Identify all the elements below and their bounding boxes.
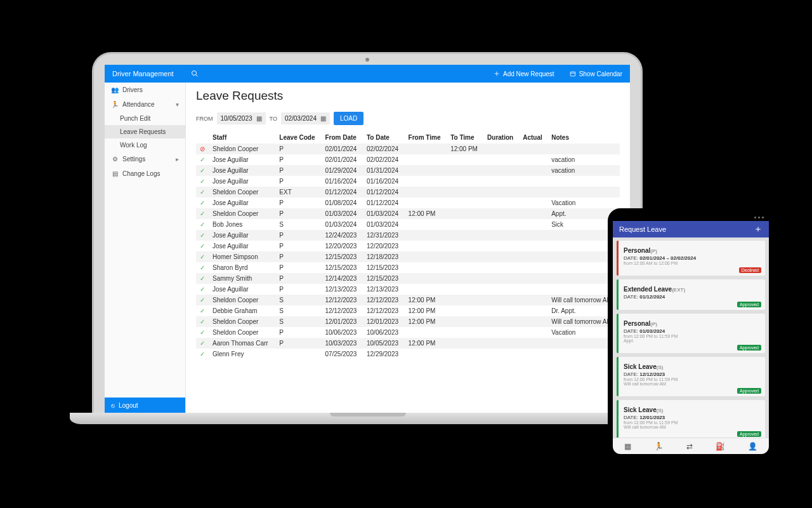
nav-adjust-icon[interactable]: ⇄	[686, 442, 693, 451]
logout-label: Logout	[119, 402, 138, 409]
leave-card[interactable]: Personal(P)DATE: 01/03/2024from 12:00 PM…	[617, 314, 765, 353]
cell-to-date: 02/02/2024	[363, 154, 405, 165]
table-row[interactable]: ✓Jose AguillarP01/29/202401/31/2024vacat…	[196, 165, 620, 176]
col-leave-code[interactable]: Leave Code	[275, 131, 321, 144]
cell-code: P	[275, 165, 321, 176]
sidebar-sub-work-log[interactable]: Work Log	[105, 138, 185, 152]
cell-from-time: 12:00 PM	[405, 316, 447, 327]
leave-card[interactable]: Sick Leave(S)DATE: 12/12/2023from 12:00 …	[617, 357, 765, 396]
logout-button[interactable]: ⎋ Logout	[105, 398, 185, 413]
laptop-base	[70, 413, 666, 424]
show-calendar-button[interactable]: Show Calendar	[562, 70, 630, 77]
cell-to-date: 12/29/2023	[363, 349, 405, 359]
page-title: Leave Requests	[196, 89, 620, 103]
table-row[interactable]: ✓Debbie GrahamS12/12/202312/12/202312:00…	[196, 305, 620, 316]
mobile-bottom-nav: ▦ 🏃 ⇄ ⛽ 👤	[613, 438, 769, 454]
mobile-title: Request Leave	[619, 225, 666, 233]
sidebar-item-attendance[interactable]: 🏃 Attendance ▾	[105, 97, 185, 112]
table-row[interactable]: ✓Sammy SmithP12/14/202312/15/2023	[196, 273, 620, 284]
leave-card[interactable]: Sick Leave(S)DATE: 12/01/2023from 12:00 …	[617, 400, 765, 438]
cell-to-date: 12/15/2023	[363, 262, 405, 273]
cell-duration	[483, 284, 519, 295]
cell-notes: vacation	[547, 165, 620, 176]
to-date-input[interactable]: 02/03/2024 ▦	[281, 112, 330, 124]
cell-code: P	[275, 327, 321, 338]
tablet-frame: Request Leave ＋ Personal(P)DATE: 02/01/2…	[608, 208, 774, 459]
col-staff[interactable]: Staff	[209, 131, 275, 144]
add-icon[interactable]: ＋	[754, 224, 763, 235]
col-to-date[interactable]: To Date	[363, 131, 405, 144]
mobile-app-bar: Request Leave ＋	[613, 221, 769, 237]
cell-from-date: 02/01/2024	[321, 154, 363, 165]
cell-from-time	[405, 327, 447, 338]
card-title: Sick Leave	[624, 363, 657, 370]
app-title: Driver Management	[105, 70, 186, 77]
col-from-time[interactable]: From Time	[405, 131, 447, 144]
cell-to-date: 01/03/2024	[363, 208, 405, 219]
nav-run-icon[interactable]: 🏃	[654, 442, 664, 451]
cell-staff: Sammy Smith	[209, 273, 275, 284]
cell-from-date: 01/08/2024	[321, 197, 363, 208]
nav-fuel-icon[interactable]: ⛽	[716, 442, 725, 451]
col-from-date[interactable]: From Date	[321, 131, 363, 144]
table-row[interactable]: ✓Homer SimpsonP12/15/202312/18/2023	[196, 251, 620, 262]
table-row[interactable]: ✓Glenn Frey07/25/202312/29/2023	[196, 349, 620, 359]
content-area: Leave Requests FROM 10/05/2023 ▦ TO 02/0…	[186, 83, 630, 413]
card-title: Personal	[624, 247, 650, 254]
col-to-time[interactable]: To Time	[447, 131, 483, 144]
sidebar-sub-leave-requests[interactable]: Leave Requests	[105, 125, 185, 138]
cell-from-date: 12/20/2023	[321, 241, 363, 251]
sidebar-item-change-logs[interactable]: ▤ Change Logs	[105, 166, 185, 181]
table-row[interactable]: ✓Aaron Thomas CarrP10/03/202310/05/20231…	[196, 338, 620, 349]
table-row[interactable]: ✓Jose AguillarP12/20/202312/20/2023	[196, 241, 620, 251]
cell-duration	[483, 273, 519, 284]
card-code: (S)	[657, 408, 664, 413]
load-button[interactable]: LOAD	[334, 112, 363, 125]
table-row[interactable]: ✓Jose AguillarP01/16/202401/16/2024	[196, 176, 620, 187]
to-label: TO	[270, 116, 277, 122]
table-row[interactable]: ✓Sheldon CooperS12/12/202312/12/202312:0…	[196, 295, 620, 305]
to-date-value: 02/03/2024	[285, 115, 317, 122]
table-row[interactable]: ✓Jose AguillarP12/13/202312/13/2023	[196, 284, 620, 295]
table-row[interactable]: ✓Sharon ByrdP12/15/202312/15/2023	[196, 262, 620, 273]
table-row[interactable]: ✓Bob JonesS01/03/202401/03/2024Sick	[196, 219, 620, 230]
col-actual[interactable]: Actual	[519, 131, 547, 144]
col-duration[interactable]: Duration	[483, 131, 519, 144]
sidebar-item-drivers[interactable]: 👥 Drivers	[105, 83, 185, 97]
add-new-request-button[interactable]: Add New Request	[486, 70, 562, 77]
cell-duration	[483, 251, 519, 262]
nav-calendar-icon[interactable]: ▦	[624, 442, 631, 451]
cell-code: P	[275, 154, 321, 165]
mobile-card-list[interactable]: Personal(P)DATE: 02/01/2024 – 02/02/2024…	[613, 237, 769, 438]
table-row[interactable]: ✓Jose AguillarP12/24/202312/31/2023	[196, 230, 620, 241]
card-sub1: from 12:00 PM to 11:59 PM	[624, 377, 760, 382]
table-row[interactable]: ✓Jose AguillarP01/08/202401/12/2024Vacat…	[196, 197, 620, 208]
cell-staff: Sheldon Cooper	[209, 144, 275, 154]
cell-duration	[483, 208, 519, 219]
sidebar-sub-punch-edit[interactable]: Punch Edit	[105, 112, 185, 125]
search-icon[interactable]	[186, 70, 204, 77]
table-row[interactable]: ⊘Sheldon CooperP02/01/202402/02/202412:0…	[196, 144, 620, 154]
svg-point-0	[192, 71, 197, 76]
nav-profile-icon[interactable]: 👤	[748, 442, 757, 451]
from-date-input[interactable]: 10/05/2023 ▦	[217, 112, 266, 124]
table-row[interactable]: ✓Sheldon CooperP01/03/202401/03/202412:0…	[196, 208, 620, 219]
card-date: DATE: 01/03/2024	[624, 328, 760, 334]
cell-code: P	[275, 197, 321, 208]
cell-duration	[483, 187, 519, 197]
table-row[interactable]: ✓Sheldon CooperP10/06/202310/06/2023Vaca…	[196, 327, 620, 338]
cell-from-date: 02/01/2024	[321, 144, 363, 154]
col-notes[interactable]: Notes	[547, 131, 620, 144]
table-row[interactable]: ✓Jose AguillarP02/01/202402/02/2024vacat…	[196, 154, 620, 165]
leave-card[interactable]: Personal(P)DATE: 02/01/2024 – 02/02/2024…	[617, 241, 765, 276]
cell-to-time	[447, 327, 483, 338]
cell-from-time: 12:00 PM	[405, 305, 447, 316]
sidebar-item-settings[interactable]: ⚙ Settings ▸	[105, 152, 185, 166]
cell-staff: Sharon Byrd	[209, 262, 275, 273]
leave-card[interactable]: Extended Leave(EXT)DATE: 01/12/2024Appro…	[617, 279, 765, 310]
table-row[interactable]: ✓Sheldon CooperS12/01/202312/01/202312:0…	[196, 316, 620, 327]
table-row[interactable]: ✓Sheldon CooperEXT01/12/202401/12/2024	[196, 187, 620, 197]
approved-icon: ✓	[200, 189, 205, 196]
cell-duration	[483, 262, 519, 273]
cell-notes: vacation	[547, 154, 620, 165]
